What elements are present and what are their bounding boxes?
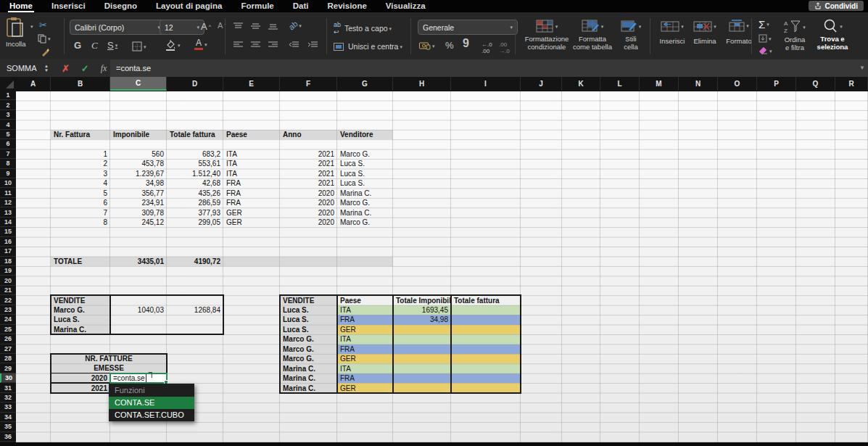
cell-F7[interactable]: 2021 [280,149,337,159]
increase-decimal-icon[interactable]: ←.0.00 [481,41,492,54]
row-header-15[interactable]: 15 [0,227,16,236]
confirm-icon[interactable]: ✓ [81,63,89,74]
column-header-K[interactable]: K [562,77,600,91]
cell-E5[interactable]: Paese [223,130,280,139]
underline-button[interactable]: S▾ [107,40,117,51]
row-header-12[interactable]: 12 [0,198,16,207]
row-header-22[interactable]: 22 [0,295,16,305]
wrap-text-button[interactable]: ab↩ Testo a capo ▾ [334,21,392,36]
decrease-indent-icon[interactable] [289,41,299,49]
name-box[interactable]: SOMMA [0,64,43,73]
cell-E13[interactable]: GER [223,207,280,217]
column-header-E[interactable]: E [223,77,280,91]
cell-E14[interactable]: GER [223,218,280,227]
column-header-H[interactable]: H [393,77,451,91]
tab-revisione[interactable]: Revisione [326,1,368,12]
cell-styles-button[interactable]: ▾ Stilicella [616,20,645,51]
cell-G9[interactable]: Luca S. [337,169,393,178]
cell-E8[interactable]: ITA [223,159,280,168]
autosum-icon[interactable]: Σ▾ [759,18,769,30]
cell-E9[interactable]: ITA [223,169,280,178]
dropdown-item-0[interactable]: CONTA.SE [109,397,194,409]
row-header-4[interactable]: 4 [0,120,16,129]
cell-F13[interactable]: 2020 [280,207,337,217]
cell-B5[interactable]: Nr. Fattura [51,130,110,139]
merge-center-button[interactable]: Unisci e centra ▾ [334,42,402,51]
row-header-24[interactable]: 24 [0,315,16,324]
row-header-19[interactable]: 19 [0,266,16,276]
share-button[interactable]: Condividi [809,1,864,11]
cell-B12[interactable]: 6 [51,198,110,207]
fill-color-icon[interactable]: ▾ [165,40,181,51]
cancel-icon[interactable]: ✗ [62,63,70,74]
font-name-select[interactable]: Calibri (Corpo)▾ [70,20,165,35]
active-cell-editor[interactable]: =conta.seꞀ [109,373,168,384]
cell-F12[interactable]: 2020 [280,198,337,207]
dropdown-item-1[interactable]: CONTA.SET.CUBO [109,409,194,421]
cell-B10[interactable]: 4 [51,178,110,188]
format-as-table-button[interactable]: ▾ Formattacome tabella [571,20,613,51]
row-header-35[interactable]: 35 [0,422,16,431]
cell-D11[interactable]: 435,26 [167,188,223,197]
row-header-29[interactable]: 29 [0,363,16,373]
font-color-icon[interactable]: A ▾ [194,38,207,50]
row-header-14[interactable]: 14 [0,218,16,227]
tab-formule[interactable]: Formule [239,1,275,12]
row-header-11[interactable]: 11 [0,188,16,197]
column-header-G[interactable]: G [337,77,393,91]
cell-C5[interactable]: Imponibile [110,130,167,139]
cell-C8[interactable]: 453,78 [110,159,167,168]
formula-input[interactable]: =conta.se [110,59,868,77]
cell-C7[interactable]: 560 [110,149,167,159]
cell-D13[interactable]: 377,93 [167,207,223,217]
align-middle-icon[interactable] [251,22,260,30]
row-header-26[interactable]: 26 [0,334,16,344]
paste-chevron[interactable]: ▾ [30,24,33,29]
row-header-34[interactable]: 34 [0,413,16,422]
row-header-33[interactable]: 33 [0,402,16,412]
row-header-32[interactable]: 32 [0,393,16,402]
row-header-5[interactable]: 5 [0,130,16,139]
cell-G8[interactable]: Luca S. [337,159,393,168]
cell-B18[interactable]: TOTALE [51,257,110,266]
row-header-13[interactable]: 13 [0,207,16,217]
comma-icon[interactable]: 9 [463,37,469,50]
cell-G7[interactable]: Marco G. [337,149,393,159]
cell-C12[interactable]: 234,91 [110,198,167,207]
row-header-17[interactable]: 17 [0,247,16,256]
column-header-O[interactable]: O [718,77,757,91]
cell-G10[interactable]: Luca S. [337,178,393,188]
column-header-J[interactable]: J [521,77,562,91]
cell-F11[interactable]: 2020 [280,188,337,197]
row-header-6[interactable]: 6 [0,139,16,149]
row-header-16[interactable]: 16 [0,237,16,247]
align-left-icon[interactable] [233,41,243,49]
tab-dati[interactable]: Dati [292,1,310,12]
number-format-select[interactable]: Generale▾ [418,20,518,35]
cell-C13[interactable]: 309,78 [110,207,167,217]
cell-B9[interactable]: 3 [51,169,110,178]
row-header-23[interactable]: 23 [0,305,16,315]
align-bottom-icon[interactable] [268,22,278,30]
column-header-B[interactable]: B [51,77,110,91]
column-header-L[interactable]: L [600,77,640,91]
column-header-M[interactable]: M [640,77,679,91]
format-painter-icon[interactable] [41,47,50,57]
cell-E7[interactable]: ITA [223,149,280,159]
align-center-icon[interactable] [251,41,260,49]
cell-G11[interactable]: Marina C. [337,188,393,197]
column-header-I[interactable]: I [451,77,521,91]
cell-D9[interactable]: 1.512,40 [167,169,223,178]
cell-E12[interactable]: FRA [223,198,280,207]
tab-visualizza[interactable]: Visualizza [384,1,427,12]
row-header-25[interactable]: 25 [0,325,16,334]
cell-B7[interactable]: 1 [51,149,110,159]
tab-home[interactable]: Home [8,1,34,12]
clear-eraser-icon[interactable]: ▾ [759,46,772,55]
cell-B13[interactable]: 7 [51,207,110,217]
column-header-N[interactable]: N [679,77,718,91]
row-header-30[interactable]: 30 [0,373,16,383]
cell-D18[interactable]: 4190,72 [167,257,223,266]
currency-icon[interactable]: ▾ [419,41,435,50]
cell-G14[interactable]: Marco G. [337,218,393,227]
